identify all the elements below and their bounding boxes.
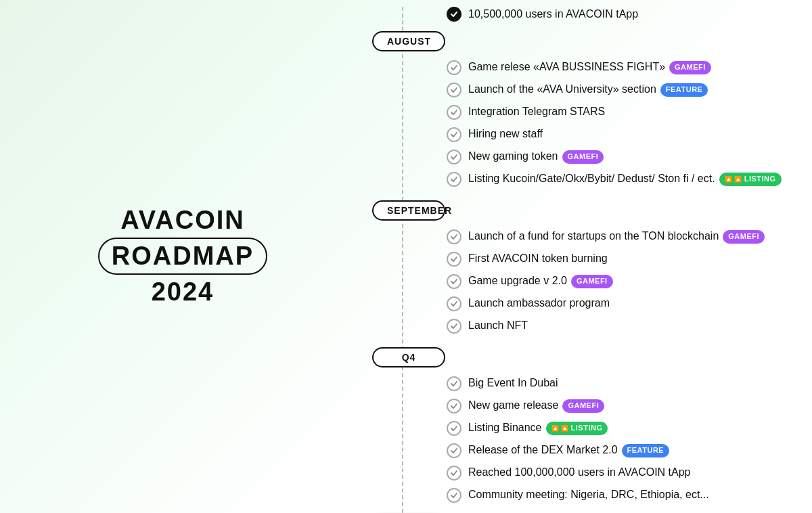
items-list-august: Game relese «AVA BUSSINESS FIGHT»GAMEFIL… [447, 60, 792, 187]
section-september: SEPTEMBERLaunch of a fund for startups o… [447, 200, 792, 334]
check-icon [447, 172, 461, 187]
item-text: Community meeting: Nigeria, DRC, Ethiopi… [468, 487, 792, 502]
item-badge: GAMEFI [562, 399, 604, 412]
item-text: Release of the DEX Market 2.0FEATURE [468, 443, 792, 458]
item-text: Listing Binance🔼 LISTING [468, 420, 792, 435]
logo-area: AVACOIN ROADMAP 2024 [98, 206, 267, 307]
list-item: Integration Telegram STARS [447, 104, 792, 120]
list-item: New gaming tokenGAMEFI [447, 149, 792, 164]
check-icon [447, 376, 461, 391]
month-label-september: SEPTEMBER [372, 200, 445, 221]
month-wrapper-q4: Q4 [372, 347, 792, 367]
month-wrapper-september: SEPTEMBER [372, 200, 792, 221]
item-text: Game relese «AVA BUSSINESS FIGHT»GAMEFI [468, 60, 792, 74]
check-icon [447, 296, 461, 311]
month-wrapper-august: AUGUST [372, 31, 792, 51]
item-text: Launch of the «AVA University» sectionFE… [468, 82, 792, 97]
list-item: New game releaseGAMEFI [447, 398, 792, 414]
list-item: Listing Kucoin/Gate/Okx/Bybit/ Dedust/ S… [447, 171, 792, 187]
list-item: Launch of a fund for startups on the TON… [447, 229, 792, 244]
timeline: 10,500,000 users in AVACOIN tApp AUGUSTG… [365, 7, 792, 513]
sections-container: AUGUSTGame relese «AVA BUSSINESS FIGHT»G… [447, 31, 792, 503]
top-item-text: 10,500,000 users in AVACOIN tApp [468, 7, 792, 22]
list-item: Big Event In Dubai [447, 376, 792, 391]
items-list-september: Launch of a fund for startups on the TON… [447, 229, 792, 334]
item-badge: GAMEFI [571, 275, 613, 288]
item-text: Game upgrade v 2.0GAMEFI [468, 273, 792, 288]
check-icon [447, 399, 461, 414]
check-icon [447, 229, 461, 244]
item-text: New game releaseGAMEFI [468, 398, 792, 413]
check-icon [447, 83, 461, 97]
list-item: Community meeting: Nigeria, DRC, Ethiopi… [447, 487, 792, 503]
check-icon [447, 150, 461, 164]
item-badge: GAMEFI [669, 61, 711, 74]
timeline-line [402, 7, 403, 513]
item-text: Integration Telegram STARS [468, 104, 792, 119]
list-item: Launch of the «AVA University» sectionFE… [447, 82, 792, 97]
logo-roadmap: ROADMAP [98, 238, 267, 275]
check-icon [447, 60, 461, 75]
list-item: Hiring new staff [447, 127, 792, 142]
item-badge: FEATURE [660, 83, 708, 96]
check-icon [447, 274, 461, 289]
month-label-q4: Q4 [372, 347, 445, 367]
list-item: Reached 100,000,000 users in AVACOIN tAp… [447, 465, 792, 481]
item-text: Launch of a fund for startups on the TON… [468, 229, 792, 244]
list-item: Listing Binance🔼 LISTING [447, 420, 792, 436]
item-text: Hiring new staff [468, 127, 792, 141]
section-august: AUGUSTGame relese «AVA BUSSINESS FIGHT»G… [447, 31, 792, 187]
item-badge: GAMEFI [562, 150, 604, 163]
top-item: 10,500,000 users in AVACOIN tApp [447, 7, 792, 22]
item-text: Launch ambassador program [468, 296, 792, 311]
list-item: Launch ambassador program [447, 296, 792, 311]
check-filled-icon [447, 7, 461, 22]
items-list-q4: Big Event In DubaiNew game releaseGAMEFI… [447, 376, 792, 503]
logo-year: 2024 [98, 277, 267, 307]
check-icon [447, 466, 461, 481]
list-item: Game relese «AVA BUSSINESS FIGHT»GAMEFI [447, 60, 792, 75]
check-icon [447, 319, 461, 334]
item-badge: 🔼 LISTING [719, 173, 782, 185]
check-icon [447, 443, 461, 458]
list-item: Launch NFT [447, 318, 792, 334]
list-item: Game upgrade v 2.0GAMEFI [447, 273, 792, 289]
item-text: First AVACOIN token burning [468, 251, 792, 266]
logo-title: AVACOIN [98, 206, 267, 235]
check-icon [447, 105, 461, 120]
list-item: First AVACOIN token burning [447, 251, 792, 267]
item-text: Big Event In Dubai [468, 376, 792, 391]
list-item: Release of the DEX Market 2.0FEATURE [447, 443, 792, 458]
month-label-august: AUGUST [372, 31, 445, 51]
section-q4: Q4Big Event In DubaiNew game releaseGAME… [447, 347, 792, 503]
check-icon [447, 127, 461, 142]
item-badge: FEATURE [622, 444, 670, 457]
check-icon [447, 421, 461, 436]
item-text: New gaming tokenGAMEFI [468, 149, 792, 164]
item-text: Reached 100,000,000 users in AVACOIN tAp… [468, 465, 792, 480]
item-badge: GAMEFI [723, 230, 765, 243]
check-icon [447, 488, 461, 503]
right-panel: 10,500,000 users in AVACOIN tApp AUGUSTG… [365, 0, 812, 513]
check-icon [447, 252, 461, 267]
item-text: Launch NFT [468, 318, 792, 333]
item-badge: 🔼 LISTING [546, 422, 608, 434]
item-text: Listing Kucoin/Gate/Okx/Bybit/ Dedust/ S… [468, 171, 792, 186]
left-panel: AVACOIN ROADMAP 2024 [0, 0, 365, 513]
